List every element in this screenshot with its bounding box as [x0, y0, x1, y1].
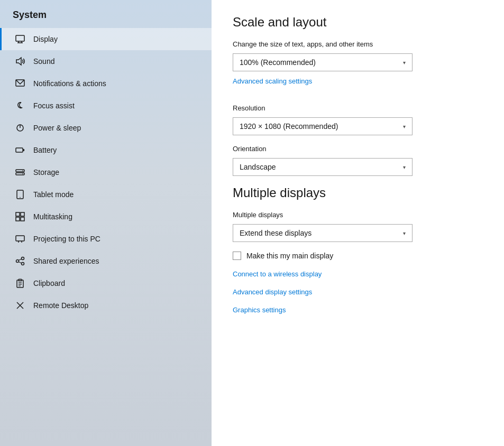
tablet-mode-icon	[14, 189, 26, 200]
notifications-icon	[14, 78, 26, 89]
sidebar-item-label: Power & sleep	[33, 124, 81, 132]
clipboard-icon	[14, 277, 26, 289]
sidebar-item-power-sleep[interactable]: Power & sleep	[0, 117, 212, 139]
sidebar-item-label: Notifications & actions	[33, 79, 106, 88]
scale-chevron-icon: ▾	[403, 60, 406, 66]
projecting-icon	[14, 233, 26, 245]
resolution-dropdown[interactable]: 1920 × 1080 (Recommended) ▾	[233, 117, 413, 135]
remote-desktop-icon	[14, 300, 26, 311]
sidebar-item-clipboard[interactable]: Clipboard	[0, 272, 212, 294]
sidebar-item-focus-assist[interactable]: Focus assist	[0, 95, 212, 117]
resolution-label: Resolution	[233, 104, 483, 112]
resolution-chevron-icon: ▾	[403, 124, 406, 129]
sidebar-item-storage[interactable]: Storage	[0, 161, 212, 183]
sidebar-item-display[interactable]: Display	[0, 28, 212, 50]
sidebar-item-label: Remote Desktop	[33, 301, 88, 310]
sidebar-item-multitasking[interactable]: Multitasking	[0, 206, 212, 228]
sidebar-item-label: Multitasking	[33, 212, 72, 221]
sidebar-item-label: Battery	[33, 146, 57, 154]
sidebar-title: System	[0, 0, 212, 28]
focus-assist-icon	[14, 100, 26, 111]
svg-line-27	[19, 259, 22, 261]
svg-rect-20	[21, 217, 24, 221]
advanced-display-link[interactable]: Advanced display settings	[233, 288, 312, 296]
svg-point-24	[16, 260, 19, 263]
sidebar-item-label: Projecting to this PC	[33, 235, 100, 243]
resolution-value: 1920 × 1080 (Recommended)	[240, 122, 338, 131]
sidebar: System Display Sound Notifications & act…	[0, 0, 212, 446]
orientation-value: Landscape	[240, 163, 276, 171]
sidebar-item-label: Sound	[33, 57, 54, 66]
svg-line-28	[19, 262, 22, 264]
shared-experiences-icon	[14, 255, 26, 267]
main-content: Scale and layout Change the size of text…	[212, 0, 504, 446]
multiple-displays-dropdown[interactable]: Extend these displays ▾	[233, 224, 413, 242]
svg-rect-19	[16, 217, 20, 221]
sidebar-item-label: Storage	[33, 168, 59, 176]
make-main-display-label: Make this my main display	[246, 252, 333, 260]
svg-rect-21	[16, 236, 24, 241]
sidebar-item-label: Display	[33, 35, 58, 43]
orientation-label: Orientation	[233, 145, 483, 153]
scale-value: 100% (Recommended)	[240, 58, 316, 67]
display-icon	[14, 33, 26, 45]
svg-point-14	[22, 173, 23, 174]
svg-rect-17	[16, 212, 20, 216]
sidebar-item-notifications[interactable]: Notifications & actions	[0, 72, 212, 95]
scale-label: Change the size of text, apps, and other…	[233, 40, 483, 48]
svg-point-16	[20, 197, 21, 198]
sidebar-item-projecting[interactable]: Projecting to this PC	[0, 228, 212, 250]
sound-icon	[14, 55, 26, 67]
orientation-dropdown[interactable]: Landscape ▾	[233, 158, 413, 176]
svg-marker-4	[16, 58, 21, 65]
multiple-displays-title: Multiple displays	[233, 185, 483, 200]
storage-icon	[14, 166, 26, 178]
orientation-chevron-icon: ▾	[403, 164, 406, 170]
svg-point-26	[22, 263, 24, 265]
battery-icon	[14, 144, 26, 156]
sidebar-item-remote-desktop[interactable]: Remote Desktop	[0, 294, 212, 317]
sidebar-item-shared-experiences[interactable]: Shared experiences	[0, 250, 212, 272]
connect-wireless-link[interactable]: Connect to a wireless display	[233, 270, 322, 278]
scale-layout-title: Scale and layout	[233, 15, 483, 30]
svg-rect-0	[16, 35, 24, 41]
sidebar-item-label: Shared experiences	[33, 257, 99, 265]
sidebar-item-label: Clipboard	[33, 279, 65, 287]
svg-point-13	[22, 170, 23, 171]
svg-point-25	[22, 257, 24, 260]
sidebar-item-tablet-mode[interactable]: Tablet mode	[0, 183, 212, 206]
multitasking-icon	[14, 211, 26, 222]
graphics-link[interactable]: Graphics settings	[233, 306, 286, 314]
sidebar-item-battery[interactable]: Battery	[0, 139, 212, 161]
scale-dropdown[interactable]: 100% (Recommended) ▾	[233, 53, 413, 71]
multiple-displays-chevron-icon: ▾	[403, 230, 406, 236]
advanced-scaling-link[interactable]: Advanced scaling settings	[233, 77, 312, 85]
make-main-display-checkbox[interactable]	[233, 252, 241, 260]
power-sleep-icon	[14, 122, 26, 134]
multiple-displays-label: Multiple displays	[233, 211, 483, 219]
sidebar-item-sound[interactable]: Sound	[0, 50, 212, 72]
svg-rect-18	[21, 212, 24, 216]
sidebar-item-label: Focus assist	[33, 101, 75, 110]
multiple-displays-value: Extend these displays	[240, 229, 311, 237]
svg-rect-8	[16, 148, 23, 152]
sidebar-item-label: Tablet mode	[33, 190, 74, 199]
make-main-display-row[interactable]: Make this my main display	[233, 252, 483, 260]
